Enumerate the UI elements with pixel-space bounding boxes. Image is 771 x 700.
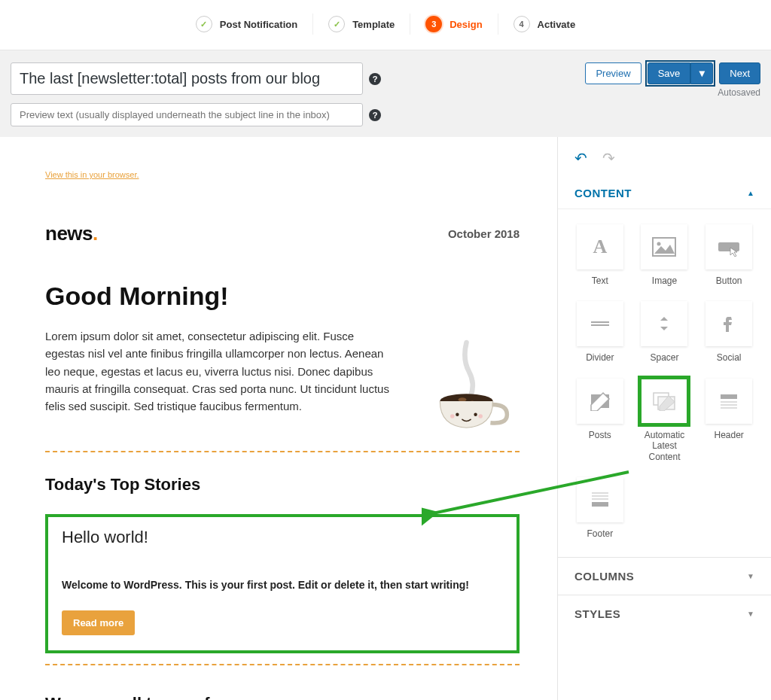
save-button-group: Save ▼ [648, 62, 714, 84]
post-excerpt: Welcome to WordPress. This is your first… [62, 579, 503, 591]
caret-up-icon: ▲ [747, 189, 754, 197]
logo-text: news [45, 222, 93, 245]
help-icon[interactable]: ? [369, 73, 381, 85]
newsletter-header: news. October 2018 [45, 222, 520, 245]
greeting-heading: Good Morning! [45, 282, 520, 311]
coffee-illustration [422, 327, 520, 433]
logo-dot: . [93, 222, 98, 245]
svg-point-5 [450, 414, 455, 418]
svg-point-1 [459, 397, 467, 402]
autosaved-status: Autosaved [585, 87, 760, 98]
newsletter-date: October 2018 [448, 227, 520, 240]
step-post-notification[interactable]: ✓ Post Notification [181, 14, 313, 35]
widget-image[interactable]: Image [639, 224, 690, 286]
save-dropdown-button[interactable]: ▼ [690, 62, 713, 84]
svg-point-4 [474, 413, 477, 416]
widget-header[interactable]: Header [703, 379, 754, 462]
svg-rect-19 [592, 492, 608, 494]
widget-footer[interactable]: Footer [574, 477, 626, 539]
undo-icon[interactable]: ↶ [574, 149, 587, 167]
post-title: Hello world! [62, 528, 503, 547]
step-number-icon: 4 [513, 16, 530, 32]
svg-rect-9 [718, 242, 739, 251]
divider-icon [588, 314, 612, 333]
columns-panel-header[interactable]: COLUMNS ▼ [558, 557, 771, 595]
svg-rect-15 [721, 394, 737, 399]
redo-icon[interactable]: ↷ [602, 149, 615, 167]
svg-rect-21 [592, 498, 608, 500]
preview-text-input[interactable] [11, 103, 363, 126]
read-more-button[interactable]: Read more [62, 610, 135, 635]
preview-button[interactable]: Preview [585, 62, 641, 84]
header-bar: ? ? Preview Save ▼ Next Autosaved [0, 50, 771, 137]
latest-post-card[interactable]: Hello world! Welcome to WordPress. This … [45, 514, 520, 653]
wizard-stepper: ✓ Post Notification ✓ Template 3 Design … [0, 0, 771, 50]
caret-down-icon: ▼ [747, 572, 754, 580]
svg-point-8 [657, 242, 661, 246]
styles-panel-header[interactable]: STYLES ▼ [558, 595, 771, 632]
top-stories-heading: Today's Top Stories [45, 475, 520, 495]
text-icon: A [593, 236, 607, 258]
svg-rect-16 [721, 401, 737, 403]
check-icon: ✓ [328, 16, 345, 32]
widget-automatic-latest-content[interactable]: Automatic Latest Content [639, 379, 690, 462]
view-in-browser-link[interactable]: View this in your browser. [45, 170, 139, 179]
spacer-icon [652, 314, 676, 333]
image-icon [652, 237, 676, 257]
posts-icon [588, 391, 612, 411]
svg-rect-20 [592, 495, 608, 497]
divider [45, 451, 520, 452]
design-sidebar: ↶ ↷ CONTENT ▲ A Text Image Button [557, 137, 771, 700]
facebook-icon [717, 314, 741, 333]
logo: news. [45, 222, 98, 245]
content-panel-header[interactable]: CONTENT ▲ [558, 178, 771, 209]
step-number-icon: 3 [425, 16, 442, 32]
next-button[interactable]: Next [719, 62, 760, 84]
widget-text[interactable]: A Text [574, 224, 626, 286]
button-icon [717, 237, 741, 257]
widget-divider[interactable]: Divider [574, 301, 626, 363]
svg-rect-17 [721, 404, 737, 406]
save-button[interactable]: Save [648, 62, 691, 84]
header-icon [717, 391, 741, 411]
subject-input[interactable] [11, 62, 363, 95]
divider [45, 664, 520, 665]
widget-posts[interactable]: Posts [574, 379, 626, 462]
footer-icon [588, 490, 612, 510]
cover-news-heading: We cover all types of news [45, 694, 520, 700]
step-activate[interactable]: 4 Activate [498, 14, 591, 35]
svg-point-3 [456, 413, 459, 416]
intro-paragraph: Lorem ipsum dolor sit amet, consectetur … [45, 327, 392, 433]
widget-social[interactable]: Social [703, 301, 754, 363]
email-canvas[interactable]: View this in your browser. news. October… [0, 137, 557, 700]
widget-spacer[interactable]: Spacer [639, 301, 690, 363]
check-icon: ✓ [196, 16, 212, 32]
step-template[interactable]: ✓ Template [313, 14, 410, 35]
content-widgets-grid: A Text Image Button Divider [558, 209, 771, 557]
svg-point-6 [478, 414, 483, 418]
help-icon[interactable]: ? [369, 109, 381, 121]
auto-content-icon [652, 391, 676, 411]
widget-button[interactable]: Button [703, 224, 754, 286]
step-design[interactable]: 3 Design [410, 14, 498, 35]
main-area: View this in your browser. news. October… [0, 137, 771, 700]
caret-down-icon: ▼ [747, 610, 754, 618]
svg-rect-18 [721, 407, 737, 409]
svg-rect-22 [592, 502, 608, 507]
